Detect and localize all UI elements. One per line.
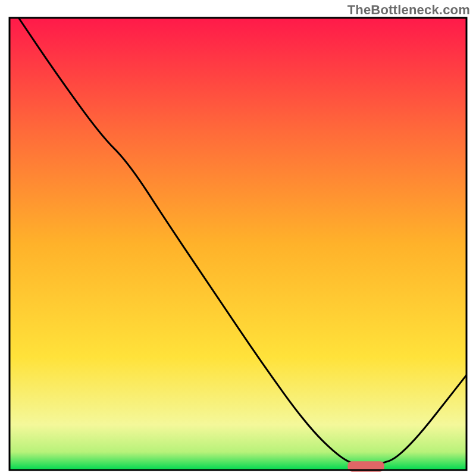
- plot-background: [10, 18, 466, 470]
- bottleneck-chart: [0, 0, 476, 476]
- chart-container: TheBottleneck.com: [0, 0, 476, 476]
